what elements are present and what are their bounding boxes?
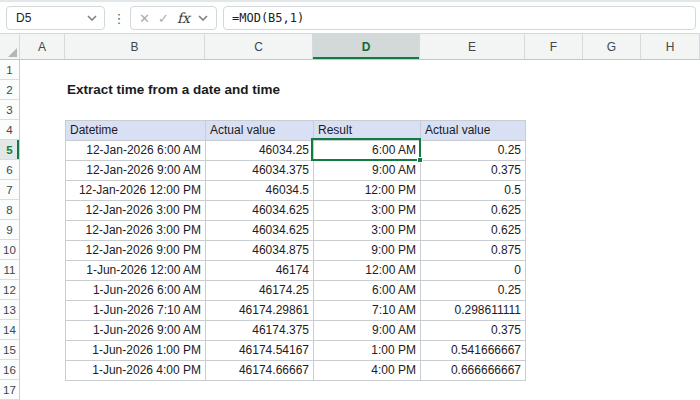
cancel-icon[interactable]: ✕ [139, 11, 150, 26]
row-header-8[interactable]: 8 [0, 200, 19, 220]
cell-C12[interactable]: 46174.25 [206, 281, 314, 301]
row-header-10[interactable]: 10 [0, 240, 19, 260]
formula-buttons: ✕ ✓ fx [130, 6, 217, 30]
cell-D15[interactable]: 1:00 PM [314, 341, 421, 361]
formula-bar-separator: ⋮ [112, 6, 126, 30]
data-table: DatetimeActual valueResultActual value12… [65, 120, 526, 381]
cell-C15[interactable]: 46174.54167 [206, 341, 314, 361]
column-header-b[interactable]: B [65, 34, 205, 59]
cell-C7[interactable]: 46034.5 [206, 181, 314, 201]
row-headers: 1234567891011121314151617 [0, 60, 20, 400]
select-all-button[interactable] [0, 34, 20, 59]
row-header-7[interactable]: 7 [0, 180, 19, 200]
cell-C5[interactable]: 46034.25 [206, 141, 314, 161]
select-all-icon [8, 48, 17, 57]
column-header-f[interactable]: F [525, 34, 583, 59]
cell-B7[interactable]: 12-Jan-2026 12:00 PM [66, 181, 206, 201]
cell-E15[interactable]: 0.541666667 [421, 341, 526, 361]
cell-E4[interactable]: Actual value [421, 121, 526, 141]
enter-icon[interactable]: ✓ [158, 11, 169, 26]
cell-C14[interactable]: 46174.375 [206, 321, 314, 341]
cell-D6[interactable]: 9:00 AM [314, 161, 421, 181]
row-header-2[interactable]: 2 [0, 80, 19, 100]
name-box[interactable]: D5 [6, 6, 105, 30]
row-header-9[interactable]: 9 [0, 220, 19, 240]
cell-B4[interactable]: Datetime [66, 121, 206, 141]
cell-D16[interactable]: 4:00 PM [314, 361, 421, 381]
cell-B5[interactable]: 12-Jan-2026 6:00 AM [66, 141, 206, 161]
cell-B16[interactable]: 1-Jun-2026 4:00 PM [66, 361, 206, 381]
row-header-5[interactable]: 5 [0, 140, 19, 160]
cell-E9[interactable]: 0.625 [421, 221, 526, 241]
cell-C11[interactable]: 46174 [206, 261, 314, 281]
selected-cell-outline[interactable] [311, 138, 421, 161]
cell-D7[interactable]: 12:00 PM [314, 181, 421, 201]
cell-C4[interactable]: Actual value [206, 121, 314, 141]
cell-E13[interactable]: 0.298611111 [421, 301, 526, 321]
cell-B11[interactable]: 1-Jun-2026 12:00 AM [66, 261, 206, 281]
cell-B12[interactable]: 1-Jun-2026 6:00 AM [66, 281, 206, 301]
cell-B6[interactable]: 12-Jan-2026 9:00 AM [66, 161, 206, 181]
table-row: 12-Jan-2026 3:00 PM46034.6253:00 PM0.625 [66, 221, 526, 241]
table-row: 1-Jun-2026 6:00 AM46174.256:00 AM0.25 [66, 281, 526, 301]
cell-C13[interactable]: 46174.29861 [206, 301, 314, 321]
cell-E16[interactable]: 0.666666667 [421, 361, 526, 381]
formula-input[interactable]: =MOD(B5,1) [223, 6, 696, 30]
chevron-down-icon[interactable] [198, 15, 208, 21]
cell-B8[interactable]: 12-Jan-2026 3:00 PM [66, 201, 206, 221]
table-header-row: DatetimeActual valueResultActual value [66, 121, 526, 141]
row-header-4[interactable]: 4 [0, 120, 19, 140]
row-header-15[interactable]: 15 [0, 340, 19, 360]
cell-D14[interactable]: 9:00 AM [314, 321, 421, 341]
column-header-e[interactable]: E [420, 34, 525, 59]
cell-E14[interactable]: 0.375 [421, 321, 526, 341]
table-row: 1-Jun-2026 7:10 AM46174.298617:10 AM0.29… [66, 301, 526, 321]
row-header-1[interactable]: 1 [0, 60, 19, 80]
row-header-11[interactable]: 11 [0, 260, 19, 280]
cell-D13[interactable]: 7:10 AM [314, 301, 421, 321]
column-header-d[interactable]: D [313, 34, 420, 59]
cell-D8[interactable]: 3:00 PM [314, 201, 421, 221]
cell-E6[interactable]: 0.375 [421, 161, 526, 181]
cell-E12[interactable]: 0.25 [421, 281, 526, 301]
cell-E11[interactable]: 0 [421, 261, 526, 281]
row-header-13[interactable]: 13 [0, 300, 19, 320]
column-header-c[interactable]: C [205, 34, 313, 59]
cell-B15[interactable]: 1-Jun-2026 1:00 PM [66, 341, 206, 361]
formula-bar: D5 ⋮ ✕ ✓ fx =MOD(B5,1) [0, 0, 700, 34]
title-cell[interactable]: Extract time from a date and time [67, 80, 280, 100]
formula-text: =MOD(B5,1) [232, 11, 304, 25]
fill-handle[interactable] [417, 157, 423, 163]
row-header-6[interactable]: 6 [0, 160, 19, 180]
cell-B13[interactable]: 1-Jun-2026 7:10 AM [66, 301, 206, 321]
cell-C9[interactable]: 46034.625 [206, 221, 314, 241]
cell-B10[interactable]: 12-Jan-2026 9:00 PM [66, 241, 206, 261]
cell-D12[interactable]: 6:00 AM [314, 281, 421, 301]
cell-D11[interactable]: 12:00 AM [314, 261, 421, 281]
cell-E10[interactable]: 0.875 [421, 241, 526, 261]
insert-function-icon[interactable]: fx [177, 10, 190, 26]
column-header-h[interactable]: H [641, 34, 700, 59]
cell-C10[interactable]: 46034.875 [206, 241, 314, 261]
cell-D9[interactable]: 3:00 PM [314, 221, 421, 241]
table-row: 12-Jan-2026 3:00 PM46034.6253:00 PM0.625 [66, 201, 526, 221]
cell-B9[interactable]: 12-Jan-2026 3:00 PM [66, 221, 206, 241]
row-header-17[interactable]: 17 [0, 380, 19, 400]
row-header-16[interactable]: 16 [0, 360, 19, 380]
row-header-12[interactable]: 12 [0, 280, 19, 300]
cell-D10[interactable]: 9:00 PM [314, 241, 421, 261]
table-row: 1-Jun-2026 4:00 PM46174.666674:00 PM0.66… [66, 361, 526, 381]
cell-C8[interactable]: 46034.625 [206, 201, 314, 221]
cell-E5[interactable]: 0.25 [421, 141, 526, 161]
column-header-a[interactable]: A [20, 34, 65, 59]
row-header-3[interactable]: 3 [0, 100, 19, 120]
cell-B14[interactable]: 1-Jun-2026 9:00 AM [66, 321, 206, 341]
cell-E7[interactable]: 0.5 [421, 181, 526, 201]
column-header-g[interactable]: G [583, 34, 641, 59]
row-header-14[interactable]: 14 [0, 320, 19, 340]
cell-E8[interactable]: 0.625 [421, 201, 526, 221]
cell-C16[interactable]: 46174.66667 [206, 361, 314, 381]
sheet-grid[interactable]: Extract time from a date and time Dateti… [20, 60, 700, 400]
cell-C6[interactable]: 46034.375 [206, 161, 314, 181]
table-row: 12-Jan-2026 9:00 PM46034.8759:00 PM0.875 [66, 241, 526, 261]
